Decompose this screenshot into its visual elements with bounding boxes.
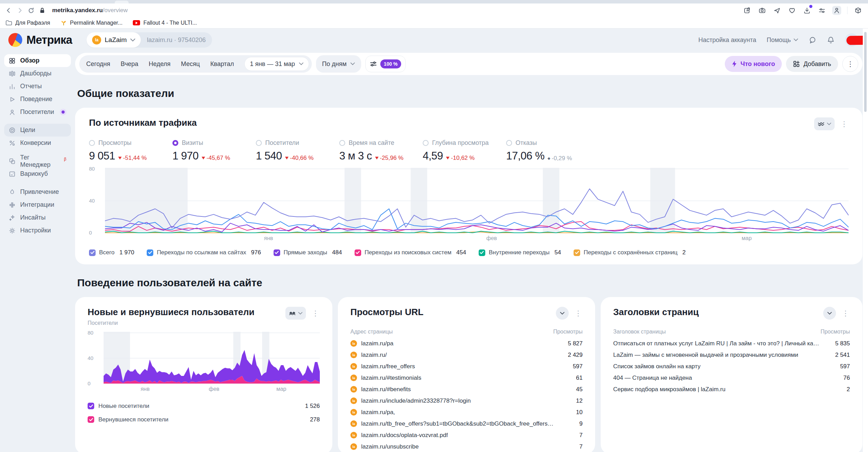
- metric-radio[interactable]: [506, 140, 512, 146]
- forward-icon[interactable]: [17, 7, 23, 14]
- page-url[interactable]: lazaim.ru/pa: [361, 340, 394, 347]
- chart-type-button[interactable]: [814, 117, 835, 130]
- preset-Месяц[interactable]: Месяц: [181, 60, 200, 68]
- reload-icon[interactable]: [28, 7, 34, 14]
- help-menu[interactable]: Помощь: [766, 36, 798, 44]
- legend-checkbox[interactable]: [88, 416, 94, 423]
- table-row[interactable]: 404 — Страница не найдена76: [613, 372, 850, 384]
- back-icon[interactable]: [6, 7, 12, 14]
- table-row[interactable]: lalazaim.ru/unsubscribe7: [350, 441, 583, 452]
- users-chart[interactable]: [104, 332, 320, 384]
- collapse-button[interactable]: [823, 307, 836, 320]
- widget-kebab-menu[interactable]: ⋮: [574, 308, 583, 318]
- counter-dropdown[interactable]: la LaZaim: [87, 32, 140, 48]
- legend-checkbox[interactable]: [274, 249, 280, 256]
- table-row[interactable]: lalazaim.ru/docs/oplata-vozvrat.pdf7: [350, 429, 583, 441]
- page-url[interactable]: lazaim.ru/tb_free_offers?sub1=tbGOback&s…: [361, 420, 556, 427]
- page-url[interactable]: lazaim.ru/#testimonials: [361, 375, 421, 381]
- notifications-bell-icon[interactable]: [827, 36, 835, 44]
- sidebar-item-tag-manager[interactable]: Тег Менеджерβ: [4, 155, 71, 167]
- legend-item[interactable]: Вернувшиеся посетители278: [88, 413, 320, 426]
- sidebar-item-grid[interactable]: Обзор: [4, 54, 71, 67]
- page-url[interactable]: lazaim.ru/docs/oplata-vozvrat.pdf: [361, 432, 448, 439]
- chat-icon[interactable]: [809, 36, 817, 44]
- metric-radio[interactable]: [172, 140, 178, 146]
- preset-Квартал[interactable]: Квартал: [210, 60, 234, 68]
- table-row[interactable]: lalazaim.ru/pa,10: [350, 406, 583, 418]
- sidebar-item-variocube[interactable]: Вариокуб: [4, 167, 71, 180]
- edit-page-icon[interactable]: [743, 6, 752, 15]
- table-row[interactable]: LaZaim — займы с мгновенной выдачей и пр…: [613, 349, 850, 361]
- table-row[interactable]: Список займов онлайн на карту597: [613, 361, 850, 372]
- bookmark-folder[interactable]: Для Рафаэля: [6, 20, 50, 26]
- metric-radio[interactable]: [256, 140, 262, 146]
- tune-icon[interactable]: [817, 6, 826, 15]
- legend-checkbox[interactable]: [147, 249, 153, 256]
- legend-item[interactable]: Внутренние переходы54: [479, 249, 561, 256]
- widget-kebab-menu[interactable]: ⋮: [311, 308, 320, 318]
- date-range-select[interactable]: 1 янв — 31 мар: [244, 57, 309, 71]
- lock-icon[interactable]: [39, 7, 45, 14]
- downloads-icon[interactable]: [802, 6, 811, 15]
- share-icon[interactable]: [772, 6, 781, 15]
- legend-checkbox[interactable]: [479, 249, 485, 256]
- browser-tab[interactable]: [115, 1, 129, 3]
- sidebar-item-integrations[interactable]: Интеграции: [4, 198, 71, 211]
- scrollbar-thumb[interactable]: [864, 32, 867, 112]
- widget-kebab-menu[interactable]: ⋮: [841, 308, 850, 318]
- widget-kebab-menu[interactable]: ⋮: [840, 119, 849, 129]
- sampling-button[interactable]: 100 %: [365, 56, 406, 72]
- user-account[interactable]: [845, 35, 858, 45]
- sidebar-item-behavior[interactable]: Поведение: [4, 93, 71, 106]
- preset-Сегодня[interactable]: Сегодня: [86, 60, 110, 68]
- add-widget-button[interactable]: Добавить: [786, 56, 838, 72]
- sidebar-item-goals[interactable]: Цели: [4, 124, 71, 137]
- legend-item[interactable]: Переходы из поисковых систем454: [355, 249, 466, 256]
- legend-checkbox[interactable]: [88, 403, 94, 409]
- legend-item[interactable]: Всего1 970: [89, 249, 134, 256]
- table-row[interactable]: Сервис подбора микрозаймов | laZaim.ru2: [613, 384, 850, 395]
- bookmark-fallout[interactable]: Fallout 4 - The ULTI...: [133, 20, 197, 26]
- account-settings-link[interactable]: Настройка аккаунта: [698, 36, 756, 44]
- table-row[interactable]: lalazaim.ru/pa5 827: [350, 338, 583, 349]
- metric-radio[interactable]: [89, 140, 95, 146]
- sidebar-item-conversions[interactable]: Конверсии: [4, 137, 71, 149]
- page-url[interactable]: lazaim.ru/: [361, 352, 387, 359]
- table-row[interactable]: lalazaim.ru/tb_free_offers?sub1=tbGOback…: [350, 418, 583, 429]
- collapse-button[interactable]: [556, 307, 569, 320]
- granularity-select[interactable]: По дням: [316, 55, 362, 73]
- page-url[interactable]: lazaim.ru/#benefits: [361, 386, 411, 393]
- browser-scrollbar[interactable]: [863, 28, 868, 452]
- bookmark-heart-icon[interactable]: [787, 6, 796, 15]
- legend-checkbox[interactable]: [574, 249, 580, 256]
- bookmark-permalink[interactable]: Permalink Manager...: [60, 20, 122, 26]
- table-row[interactable]: Отписаться от платных услуг LaZaim RU | …: [613, 338, 850, 349]
- sidebar-item-acquisition[interactable]: Привлечение: [4, 186, 71, 198]
- preset-Вчера[interactable]: Вчера: [121, 60, 138, 68]
- sidebar-item-visitors[interactable]: Посетители: [4, 106, 71, 118]
- sidebar-item-settings[interactable]: Настройки: [4, 224, 71, 237]
- page-url[interactable]: lazaim.ru/include/admin23328778?r=login: [361, 397, 471, 404]
- url-text[interactable]: metrika.yandex.ru/overview: [52, 7, 128, 14]
- traffic-chart[interactable]: [105, 168, 849, 233]
- sidebar-item-insights[interactable]: Инсайты: [4, 211, 71, 224]
- screenshot-icon[interactable]: [757, 6, 766, 15]
- page-url[interactable]: lazaim.ru/free_offers: [361, 363, 415, 370]
- whats-new-button[interactable]: Что нового: [725, 56, 782, 72]
- chart-type-button[interactable]: [285, 307, 306, 320]
- page-url[interactable]: lazaim.ru/pa,: [361, 409, 395, 416]
- legend-item[interactable]: Переходы по ссылкам на сайтах976: [147, 249, 261, 256]
- legend-checkbox[interactable]: [89, 249, 96, 256]
- legend-item[interactable]: Переходы с сохранённых страниц2: [574, 249, 686, 256]
- table-row[interactable]: lalazaim.ru/include/admin23328778?r=logi…: [350, 395, 583, 406]
- sidebar-panel-icon[interactable]: [853, 6, 862, 15]
- legend-item[interactable]: Прямые заходы484: [274, 249, 342, 256]
- preset-Неделя[interactable]: Неделя: [149, 60, 171, 68]
- legend-item[interactable]: Новые посетители1 526: [88, 399, 320, 413]
- page-url[interactable]: lazaim.ru/unsubscribe: [361, 443, 419, 450]
- metrika-logo[interactable]: Метрика: [8, 33, 72, 47]
- profile-icon[interactable]: [832, 6, 841, 15]
- sidebar-item-reports[interactable]: Отчеты: [4, 80, 71, 93]
- toolbar-kebab-menu[interactable]: ⋮: [842, 56, 858, 72]
- table-row[interactable]: lalazaim.ru/2 429: [350, 349, 583, 361]
